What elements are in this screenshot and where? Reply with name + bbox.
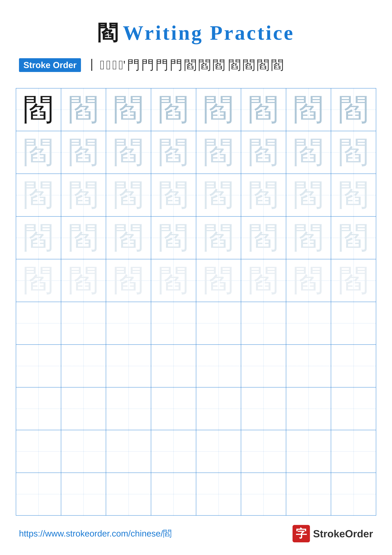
grid-cell [241,430,286,473]
grid-cell: 閻 [61,131,106,174]
grid-cell: 閻 [286,174,331,216]
grid-cell [106,387,151,430]
grid-cell [196,387,241,430]
grid-cell [106,473,151,515]
grid-cell: 閻 [196,259,241,302]
grid-cell [331,430,376,473]
stroke-order-section: Stroke Order 丨 𠃌 𠃌 𠃌 𠃌' 門 門 門 門 閻 閻 閻 閻 … [0,56,392,83]
grid-cell: 閻 [106,174,151,216]
stroke-step-3: 𠃌 [106,57,111,73]
footer-logo-icon: 字 [292,525,310,542]
grid-cell: 閻 [286,88,331,131]
grid-cell [241,302,286,345]
stroke-step-13: 閻 [228,57,241,73]
grid-cell: 閻 [196,88,241,131]
grid-cell [16,302,61,345]
page-title: 閻Writing Practice [0,0,392,56]
grid-cell [151,473,196,515]
stroke-step-4: 𠃌 [112,57,117,73]
grid-cell: 閻 [16,216,61,259]
stroke-order-badge: Stroke Order [19,58,81,72]
grid-cell: 閻 [151,131,196,174]
table-row: 閻 閻 閻 閻 閻 閻 閻 閻 [16,259,376,302]
stroke-step-15: 閻 [257,57,270,73]
grid-cell: 閻 [106,88,151,131]
practice-grid: 閻 閻 閻 閻 閻 閻 閻 閻 閻 閻 閻 閻 閻 閻 閻 閻 閻 閻 閻 閻 … [16,88,376,516]
grid-cell [241,473,286,515]
stroke-step-5: 𠃌' [119,57,126,73]
stroke-step-2: 𠃌 [100,57,105,73]
stroke-step-9: 門 [170,57,183,73]
grid-cell: 閻 [61,259,106,302]
grid-cell: 閻 [196,131,241,174]
table-row [16,387,376,430]
grid-cell: 閻 [16,131,61,174]
grid-cell [151,345,196,387]
grid-cell: 閻 [241,174,286,216]
grid-cell: 閻 [16,88,61,131]
grid-cell [196,430,241,473]
grid-cell [151,302,196,345]
grid-cell: 閻 [331,259,376,302]
table-row [16,302,376,345]
grid-cell [61,430,106,473]
grid-cell [241,387,286,430]
grid-cell: 閻 [106,131,151,174]
grid-cell: 閻 [151,259,196,302]
stroke-order-row: Stroke Order 丨 𠃌 𠃌 𠃌 𠃌' 門 門 門 門 閻 閻 閻 閻 … [19,56,373,74]
grid-cell [106,430,151,473]
footer: https://www.strokeorder.com/chinese/閻 字 … [0,525,392,542]
table-row: 閻 閻 閻 閻 閻 閻 閻 閻 [16,88,376,131]
title-text: Writing Practice [123,21,294,44]
title-chinese-char: 閻 [98,21,120,44]
grid-cell [196,302,241,345]
stroke-step-12: 閻 [213,57,225,73]
stroke-step-11: 閻 [198,57,211,73]
grid-cell [61,473,106,515]
table-row [16,345,376,387]
stroke-step-7: 門 [141,57,154,73]
grid-cell: 閻 [106,259,151,302]
grid-cell [241,345,286,387]
grid-cell: 閻 [16,174,61,216]
table-row: 閻 閻 閻 閻 閻 閻 閻 閻 [16,174,376,216]
grid-cell [286,387,331,430]
grid-cell: 閻 [241,88,286,131]
grid-cell [331,473,376,515]
grid-cell: 閻 [286,131,331,174]
grid-cell [106,345,151,387]
footer-url: https://www.strokeorder.com/chinese/閻 [19,528,172,540]
grid-cell: 閻 [196,216,241,259]
stroke-step-14: 閻 [242,57,255,73]
grid-cell [331,387,376,430]
grid-cell: 閻 [151,174,196,216]
grid-cell [151,430,196,473]
grid-cell [331,302,376,345]
grid-cell [16,387,61,430]
table-row: 閻 閻 閻 閻 閻 閻 閻 閻 [16,216,376,259]
grid-cell [16,345,61,387]
grid-cell: 閻 [196,174,241,216]
footer-logo-text: StrokeOrder [313,528,373,540]
grid-cell: 閻 [241,259,286,302]
footer-logo: 字 StrokeOrder [292,525,373,542]
stroke-step-8: 門 [156,57,168,73]
grid-cell [196,473,241,515]
grid-cell: 閻 [61,88,106,131]
table-row [16,473,376,515]
grid-cell [151,387,196,430]
table-row [16,430,376,473]
grid-cell [286,302,331,345]
grid-cell [286,430,331,473]
grid-cell: 閻 [16,259,61,302]
grid-cell [61,387,106,430]
grid-cell: 閻 [286,216,331,259]
grid-cell: 閻 [331,216,376,259]
grid-cell [16,430,61,473]
grid-cell [286,473,331,515]
grid-cell: 閻 [241,216,286,259]
grid-cell: 閻 [331,131,376,174]
grid-cell [61,345,106,387]
grid-cell: 閻 [241,131,286,174]
stroke-step-1: 丨 [86,57,98,73]
